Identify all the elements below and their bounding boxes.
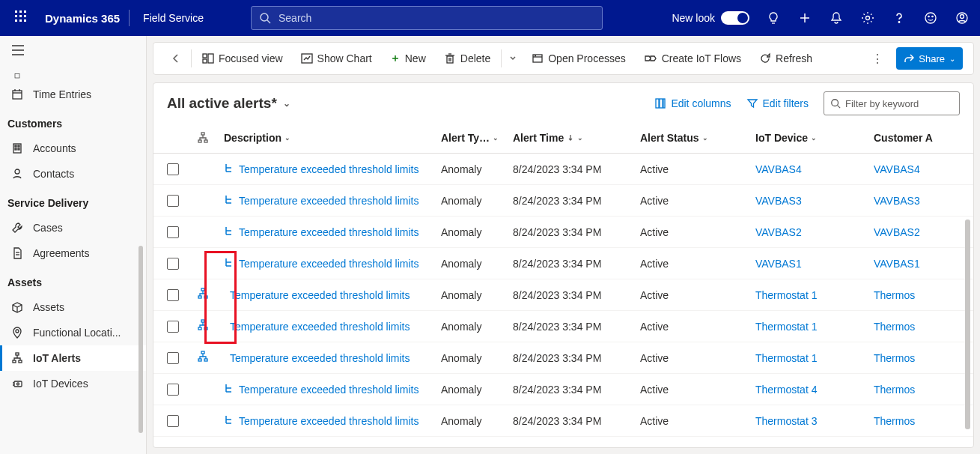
- share-button[interactable]: Share ⌄: [896, 47, 963, 70]
- edit-columns-button[interactable]: Edit columns: [654, 97, 731, 109]
- description-link[interactable]: Temperature exceeded threshold limits: [239, 258, 419, 270]
- alert-status-cell: Active: [640, 289, 755, 301]
- customer-link[interactable]: Thermos: [874, 415, 915, 427]
- sidebar-item[interactable]: Cases: [0, 215, 146, 240]
- table-row[interactable]: Temperature exceeded threshold limitsAno…: [153, 342, 973, 374]
- column-customer[interactable]: Customer A: [874, 132, 973, 144]
- description-link[interactable]: Temperature exceeded threshold limits: [239, 415, 419, 427]
- view-selector[interactable]: All active alerts* ⌄: [167, 95, 290, 112]
- column-description[interactable]: Description⌄: [224, 132, 441, 144]
- description-link[interactable]: Temperature exceeded threshold limits: [230, 289, 410, 301]
- table-row[interactable]: Temperature exceeded threshold limitsAno…: [153, 217, 973, 248]
- brand-name[interactable]: Dynamics 365: [36, 12, 129, 25]
- sidebar-item-partial[interactable]: [0, 67, 146, 82]
- description-link[interactable]: Temperature exceeded threshold limits: [239, 384, 419, 396]
- device-link[interactable]: Thermostat 3: [755, 415, 817, 427]
- person-icon[interactable]: [947, 0, 977, 36]
- row-checkbox[interactable]: [167, 163, 197, 175]
- sidebar-item[interactable]: Agreements: [0, 240, 146, 266]
- column-iot-device[interactable]: IoT Device⌄: [755, 132, 874, 144]
- new-button[interactable]: ＋New: [383, 46, 433, 70]
- row-checkbox[interactable]: [167, 321, 197, 333]
- device-link[interactable]: VAVBAS2: [755, 226, 802, 238]
- plus-icon[interactable]: [790, 0, 820, 36]
- description-link[interactable]: Temperature exceeded threshold limits: [239, 163, 419, 175]
- delete-dropdown[interactable]: [505, 46, 521, 70]
- customer-link[interactable]: VAVBAS3: [874, 195, 920, 207]
- row-checkbox[interactable]: [167, 289, 197, 301]
- overflow-button[interactable]: ⋮: [871, 52, 883, 66]
- refresh-button[interactable]: Refresh: [752, 46, 820, 70]
- help-icon[interactable]: [884, 0, 914, 36]
- sidebar-item[interactable]: Assets: [0, 294, 146, 320]
- customer-link[interactable]: VAVBAS4: [874, 163, 920, 175]
- table-row[interactable]: Temperature exceeded threshold limitsAno…: [153, 405, 973, 437]
- device-link[interactable]: Thermostat 1: [755, 289, 817, 301]
- customer-link[interactable]: Thermos: [874, 321, 915, 333]
- description-link[interactable]: Temperature exceeded threshold limits: [230, 352, 410, 364]
- description-link[interactable]: Temperature exceeded threshold limits: [239, 195, 419, 207]
- customer-link[interactable]: Thermos: [874, 384, 915, 396]
- focused-view-button[interactable]: Focused view: [195, 46, 290, 70]
- row-checkbox[interactable]: [167, 384, 197, 396]
- sidebar-item[interactable]: IoT Devices: [0, 371, 146, 396]
- device-link[interactable]: Thermostat 1: [755, 321, 817, 333]
- hamburger-icon[interactable]: [0, 36, 146, 67]
- table-row[interactable]: Temperature exceeded threshold limitsAno…: [153, 248, 973, 279]
- smile-icon[interactable]: [916, 0, 946, 36]
- table-row[interactable]: Temperature exceeded threshold limitsAno…: [153, 374, 973, 405]
- description-link[interactable]: Temperature exceeded threshold limits: [239, 226, 419, 238]
- customer-link[interactable]: VAVBAS1: [874, 258, 920, 270]
- app-name[interactable]: Field Service: [130, 12, 217, 24]
- svg-rect-25: [13, 91, 22, 99]
- filter-input[interactable]: Filter by keyword: [824, 91, 960, 115]
- hierarchy-cell[interactable]: [197, 319, 224, 333]
- gear-icon[interactable]: [853, 0, 883, 36]
- customer-link[interactable]: Thermos: [874, 352, 915, 364]
- table-row[interactable]: Temperature exceeded threshold limitsAno…: [153, 311, 973, 342]
- edit-filters-button[interactable]: Edit filters: [746, 97, 809, 109]
- create-iot-flows-button[interactable]: Create IoT Flows: [636, 46, 749, 70]
- hierarchy-cell[interactable]: [197, 351, 224, 365]
- open-processes-button[interactable]: Open Processes: [524, 46, 633, 70]
- sidebar-item[interactable]: Contacts: [0, 161, 146, 187]
- table-row[interactable]: Temperature exceeded threshold limitsAno…: [153, 279, 973, 311]
- delete-button[interactable]: Delete: [436, 46, 498, 70]
- device-link[interactable]: Thermostat 4: [755, 384, 817, 396]
- app-launcher-icon[interactable]: [6, 10, 36, 25]
- row-checkbox[interactable]: [167, 352, 197, 364]
- new-look-toggle[interactable]: New look: [672, 11, 749, 25]
- lightbulb-icon[interactable]: [758, 0, 788, 36]
- alert-time-cell: 8/24/2023 3:34 PM: [513, 163, 640, 175]
- device-link[interactable]: VAVBAS4: [755, 163, 802, 175]
- sidebar-item[interactable]: Accounts: [0, 136, 146, 161]
- show-chart-button[interactable]: Show Chart: [293, 46, 380, 70]
- hierarchy-column[interactable]: [197, 132, 224, 144]
- table-row[interactable]: Temperature exceeded threshold limitsAno…: [153, 185, 973, 217]
- column-alert-status[interactable]: Alert Status⌄: [640, 132, 755, 144]
- back-button[interactable]: [164, 46, 188, 70]
- column-alert-time[interactable]: Alert Time ⌄: [513, 132, 640, 144]
- chevron-down-icon: ⌄: [702, 134, 708, 142]
- bell-icon[interactable]: [821, 0, 851, 36]
- customer-link[interactable]: VAVBAS2: [874, 226, 920, 238]
- row-checkbox[interactable]: [167, 195, 197, 207]
- table-row[interactable]: Temperature exceeded threshold limitsAno…: [153, 154, 973, 185]
- row-checkbox[interactable]: [167, 415, 197, 427]
- content-scrollbar[interactable]: [965, 220, 970, 429]
- column-alert-type[interactable]: Alert Ty…⌄: [441, 132, 513, 144]
- customer-link[interactable]: Thermos: [874, 289, 915, 301]
- search-input[interactable]: Search: [251, 6, 603, 30]
- device-link[interactable]: VAVBAS3: [755, 195, 802, 207]
- sidebar-item[interactable]: IoT Alerts: [0, 345, 146, 371]
- device-link[interactable]: Thermostat 1: [755, 352, 817, 364]
- svg-rect-7: [19, 19, 22, 22]
- row-checkbox[interactable]: [167, 226, 197, 238]
- description-link[interactable]: Temperature exceeded threshold limits: [230, 321, 410, 333]
- device-link[interactable]: VAVBAS1: [755, 258, 802, 270]
- row-checkbox[interactable]: [167, 258, 197, 270]
- sidebar-item[interactable]: Functional Locati...: [0, 320, 146, 345]
- hierarchy-cell[interactable]: [197, 288, 224, 302]
- nav-scrollbar[interactable]: [139, 246, 143, 433]
- sidebar-item[interactable]: Time Entries: [0, 82, 146, 107]
